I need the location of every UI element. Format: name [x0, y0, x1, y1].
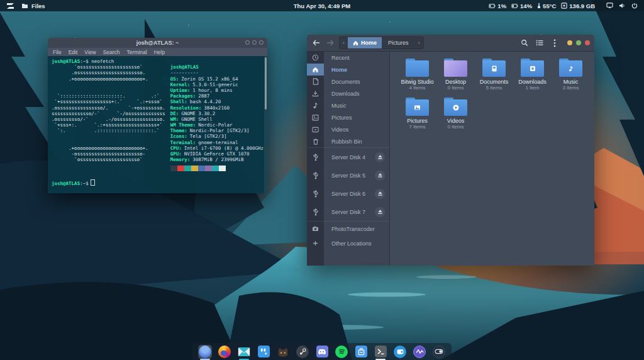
photo-emblem-icon: [413, 104, 421, 111]
disk-indicator[interactable]: 136.9 GB: [561, 3, 595, 9]
battery-indicator[interactable]: 14%: [511, 3, 532, 9]
sidebar-item-downloads[interactable]: Downloads: [307, 87, 389, 99]
terminal-titlebar[interactable]: josh@ATLAS: ~: [48, 38, 267, 48]
menu-search[interactable]: Search: [103, 49, 120, 55]
dock-icon-spotify[interactable]: [335, 345, 348, 359]
maximize-button[interactable]: [576, 40, 581, 45]
app-menu-label: Files: [31, 3, 45, 9]
display-icon[interactable]: [606, 3, 613, 9]
zorin-menu-button[interactable]: [6, 3, 14, 9]
breadcrumb-home[interactable]: Home: [348, 37, 382, 48]
folder-icon: [21, 3, 28, 9]
sidebar-item-server-disk-5[interactable]: Server Disk 5: [307, 166, 389, 184]
terminal-prompt-line-2: josh@ATLAS:~$: [52, 179, 264, 186]
sidebar-item-server-disk-7[interactable]: Server Disk 7: [307, 203, 389, 221]
terminal-close-button[interactable]: [259, 40, 264, 45]
quote-marks-icon: [260, 347, 268, 356]
dock-icon-discord[interactable]: [315, 345, 329, 359]
list-view-icon[interactable]: [535, 38, 544, 48]
folder-videos[interactable]: Videos 0 items: [436, 96, 475, 135]
play-emblem-icon: [452, 104, 460, 111]
eject-button[interactable]: [375, 207, 385, 217]
usb-icon: [307, 166, 324, 184]
dock-icon-firefox[interactable]: [218, 345, 231, 359]
files-headerbar[interactable]: ‹ Home Pictures ›: [307, 35, 594, 52]
home-icon: [307, 64, 324, 76]
minimize-button[interactable]: [567, 40, 572, 45]
battery-icon: [511, 3, 518, 9]
eject-button[interactable]: [375, 152, 385, 162]
menu-icon[interactable]: [550, 38, 559, 48]
folder-music[interactable]: Music 3 items: [552, 57, 590, 96]
dock-icon-terminal[interactable]: [374, 345, 387, 359]
sidebar-item-other-locations[interactable]: Other Locations: [307, 236, 389, 250]
dock-icon-cat-face-app[interactable]: [276, 345, 290, 359]
dock-icon-tweaks[interactable]: [432, 345, 446, 359]
sidebar-item-home[interactable]: Home: [307, 64, 389, 76]
cat-face-icon: [277, 346, 289, 357]
usb-icon: [307, 148, 324, 166]
home-icon: [353, 40, 358, 46]
dock-icon-display-settings[interactable]: [393, 345, 407, 359]
dock-icon-steam[interactable]: [296, 345, 309, 359]
sidebar-item-pictures[interactable]: Pictures: [307, 111, 389, 123]
sidebar-item-server-disk-4[interactable]: Server Disk 4: [307, 148, 389, 166]
terminal-minimize-button[interactable]: [245, 40, 250, 45]
app-menu[interactable]: Files: [21, 3, 45, 9]
files-content-area[interactable]: Bitwig Studio 4 items Desktop 0 items Do…: [390, 52, 594, 266]
terminal-maximize-button[interactable]: [252, 40, 257, 45]
dock-icon-software-store[interactable]: [354, 345, 368, 359]
music-emblem-icon: [567, 65, 575, 72]
sidebar-item-documents[interactable]: Documents: [307, 76, 389, 87]
sidebar-item-videos[interactable]: Videos: [307, 123, 389, 135]
menu-terminal[interactable]: Terminal: [127, 49, 147, 55]
clock[interactable]: Thu Apr 30, 4:49 PM: [294, 3, 350, 9]
toggle-switch-icon: [435, 349, 443, 354]
volume-icon[interactable]: [619, 3, 626, 9]
close-button[interactable]: [585, 40, 590, 45]
path-scroll-right-icon[interactable]: ›: [415, 37, 423, 48]
folder-pictures[interactable]: Pictures 7 items: [398, 96, 436, 135]
download-emblem-icon: [529, 65, 536, 72]
sidebar-item-phototranscoder[interactable]: PhotoTranscoder: [307, 222, 389, 236]
discord-logo-icon: [318, 349, 326, 355]
sidebar-item-server-disk-6[interactable]: Server Disk 6: [307, 184, 389, 203]
folder-bitwig-studio[interactable]: Bitwig Studio 4 items: [398, 57, 436, 96]
usb-icon: [307, 203, 324, 221]
menu-help[interactable]: Help: [154, 49, 165, 55]
dock: [192, 343, 452, 360]
menu-edit[interactable]: Edit: [69, 49, 78, 55]
sidebar-item-recent[interactable]: Recent: [307, 52, 389, 64]
folder-documents[interactable]: Documents 5 items: [475, 57, 513, 96]
dock-icon-activity-monitor[interactable]: [413, 345, 426, 359]
downloads-icon: [307, 87, 324, 99]
menu-view[interactable]: View: [84, 49, 96, 55]
back-button[interactable]: [311, 38, 321, 48]
dock-icon-files[interactable]: [198, 345, 212, 359]
terminal-body[interactable]: josh@ATLAS:~$ neofetch `osssssssssssssss…: [48, 56, 267, 193]
power-icon[interactable]: [631, 3, 638, 9]
path-scroll-left-icon[interactable]: ‹: [340, 37, 348, 48]
terminal-prompt-line: josh@ATLAS:~$ neofetch: [52, 59, 264, 64]
temperature-indicator[interactable]: 55°C: [537, 3, 556, 9]
terminal-scrollbar[interactable]: [264, 56, 267, 193]
folder-desktop[interactable]: Desktop 0 items: [436, 57, 475, 96]
battery-label: 14%: [520, 3, 532, 9]
eject-button[interactable]: [375, 171, 385, 181]
search-icon[interactable]: [519, 38, 529, 48]
sidebar-item-music[interactable]: Music: [307, 99, 389, 111]
eject-button[interactable]: [375, 189, 385, 199]
videos-icon: [307, 123, 324, 135]
dock-icon-notes-app[interactable]: [257, 345, 270, 359]
dock-icon-mail[interactable]: [237, 345, 251, 359]
battery-charging-indicator[interactable]: 1%: [489, 3, 506, 9]
breadcrumb-pictures[interactable]: Pictures: [382, 37, 415, 48]
running-indicator: [375, 359, 386, 360]
menu-file[interactable]: File: [53, 49, 62, 55]
forward-button[interactable]: [325, 38, 335, 48]
screen-pill-icon: [396, 349, 404, 355]
pictures-icon: [307, 111, 324, 123]
temperature-label: 55°C: [543, 3, 556, 9]
folder-downloads[interactable]: Downloads 1 item: [513, 57, 552, 96]
sidebar-item-rubbish-bin[interactable]: Rubbish Bin: [307, 135, 389, 147]
